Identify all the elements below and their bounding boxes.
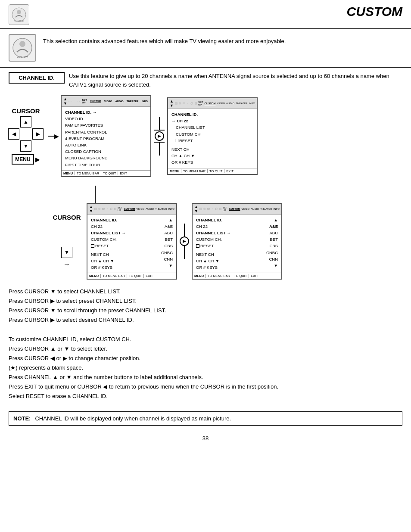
note-text: CHANNEL ID will be displayed only when c… [35,415,231,422]
tv-footer-1: MENU TO MENU BAR TO QUIT EXIT [62,170,150,176]
inst-8: Press CURSOR ◀ or ▶ to change character … [9,354,402,363]
inst-3: Press CURSOR ▼ to scroll through the pre… [9,306,402,315]
svg-rect-30 [199,208,202,210]
menu-button[interactable]: MENU [12,154,34,165]
diagram-row2: CURSOR ▼ → ▲▼ [50,203,405,280]
svg-rect-18 [175,103,177,105]
inst-9: (★) represents a blank space. [9,363,402,373]
inst-1: Press CURSOR ▼ to select CHANNEL LIST. [9,287,402,296]
tv-content-2: CHANNEL ID. → CH 22 CHANNEL LIST CUSTOM … [168,109,257,168]
intro-text: This selection contains advanced feature… [43,34,286,45]
tv-menubar-4: ▲▼ ♪ SET UP CUSTOM VIDEO AUDIO THEATER I… [193,204,281,215]
l-connector [50,186,405,203]
cursor-right[interactable]: ▶ [32,128,44,140]
cursor-label-1: CURSOR [12,107,40,115]
svg-point-4 [19,41,25,47]
inst-10: Press CHANNEL ▲ or ▼ and the number butt… [9,373,402,382]
svg-rect-10 [73,101,74,102]
note-label: NOTE: [13,415,31,422]
cursor-down-2[interactable]: ▼ [61,247,72,258]
cursor-left[interactable]: ◀ [8,128,19,140]
between-screens-1-2: ▶ [154,117,165,156]
row2-right-arrow: → [63,261,70,268]
inst-12: Select RESET to erase a CHANNEL ID. [9,392,402,401]
tv-footer-3: MENU TO MENU BAR TO QUIT EXIT [87,273,176,279]
tv-footer-2: MENU TO MENU BAR TO QUIT EXIT [168,168,257,174]
svg-rect-29 [114,208,116,210]
tv-content-4: CHANNEL ID. CH 22 CHANNEL LIST→ CUSTOM C… [193,215,281,273]
between-screens-3-4: ▶ [180,224,189,259]
tv-screen-1: ▲▼ 📋 ✦ 🎵 ⓘ SET UP CUSTOM VIDEO AUDIO THE… [61,95,151,177]
svg-rect-24 [94,208,97,210]
menu-arrow-right: ▶ [35,156,40,163]
svg-point-1 [17,10,21,14]
svg-point-28 [110,208,112,210]
page-header: CUSTOM CUSTOM [0,0,411,29]
tv-footer-4: MENU TO MENU BAR TO QUIT EXIT [193,273,281,279]
svg-text:CUSTOM: CUSTOM [17,56,28,58]
diagram-row1: CURSOR ▲ ◀ ▶ ▼ MENU ▶ ▶ [6,95,405,177]
arrow-to-screen1: ▶ [48,133,59,140]
intro-icon: CUSTOM [9,34,36,62]
cursor-down[interactable]: ▼ [20,140,31,152]
svg-rect-20 [183,103,185,104]
tv-menubar-2: ▲▼ ♪ SET UP CUSTOM VIDEO AUDIO THEATER I… [168,98,257,109]
tv-screen-3: ▲▼ ♪ SET UP CUSTOM VIDEO AUDIO THEATER I… [87,203,177,280]
note-box: NOTE: CHANNEL ID will be displayed only … [9,411,402,426]
inst-11: Press EXIT to quit menu or CURSOR ◀ to r… [9,382,402,392]
svg-rect-26 [102,208,104,210]
tv-content-3: CHANNEL ID. CH 22 CHANNEL LIST→ CUSTOM C… [87,215,176,273]
svg-rect-35 [219,208,221,210]
svg-rect-23 [195,103,197,105]
svg-text:♪: ♪ [107,208,108,210]
svg-text:♪: ♪ [212,208,213,210]
svg-text:CUSTOM: CUSTOM [14,19,24,22]
channel-id-header: CHANNEL ID. Use this feature to give up … [0,68,411,93]
tv-menubar-3: ▲▼ ♪ SET UP CUSTOM VIDEO AUDIO THEATER I… [87,204,176,215]
inst-6: To customize CHANNEL ID, select CUSTOM C… [9,335,402,344]
page-title: CUSTOM [347,4,402,19]
svg-text:♪: ♪ [187,103,188,104]
play-btn-2[interactable]: ▶ [180,236,189,246]
svg-point-19 [179,103,181,105]
svg-point-22 [191,103,193,105]
inst-4: Press CURSOR ▶ to select desired CHANNEL… [9,315,402,325]
intro-section: CUSTOM This selection contains advanced … [0,29,411,68]
page-number: 38 [0,431,411,446]
inst-5 [9,325,402,335]
cursor-up[interactable]: ▲ [20,116,31,128]
svg-rect-32 [207,208,209,210]
tv-menubar-1: ▲▼ 📋 ✦ 🎵 ⓘ SET UP CUSTOM VIDEO AUDIO THE… [62,96,150,107]
cursor-label-2: CURSOR [53,214,81,221]
play-btn-1[interactable]: ▶ [155,131,164,141]
channel-id-label: CHANNEL ID. [9,72,65,84]
inst-2: Press CURSOR ▶ to select preset CHANNEL … [9,296,402,306]
svg-point-25 [99,208,101,210]
inst-7: Press CURSOR ▲ or ▼ to select letter. [9,344,402,354]
svg-point-31 [204,208,206,210]
channel-id-desc: Use this feature to give up to 20 channe… [69,72,402,89]
instructions: Press CURSOR ▼ to select CHANNEL LIST. P… [0,282,411,406]
tv-screen-2: ▲▼ ♪ SET UP CUSTOM VIDEO AUDIO THEATER I… [167,97,258,175]
tv-screen-4: ▲▼ ♪ SET UP CUSTOM VIDEO AUDIO THEATER I… [192,203,282,280]
svg-point-34 [215,208,218,210]
diagrams-area: CURSOR ▲ ◀ ▶ ▼ MENU ▶ ▶ [0,93,411,282]
svg-text:🎵: 🎵 [75,101,76,102]
header-icon: CUSTOM [9,4,29,25]
svg-point-15 [77,101,78,102]
tv-content-1: CHANNEL ID. → VIDEO ID. FAMILY FAVORITES… [62,107,150,170]
